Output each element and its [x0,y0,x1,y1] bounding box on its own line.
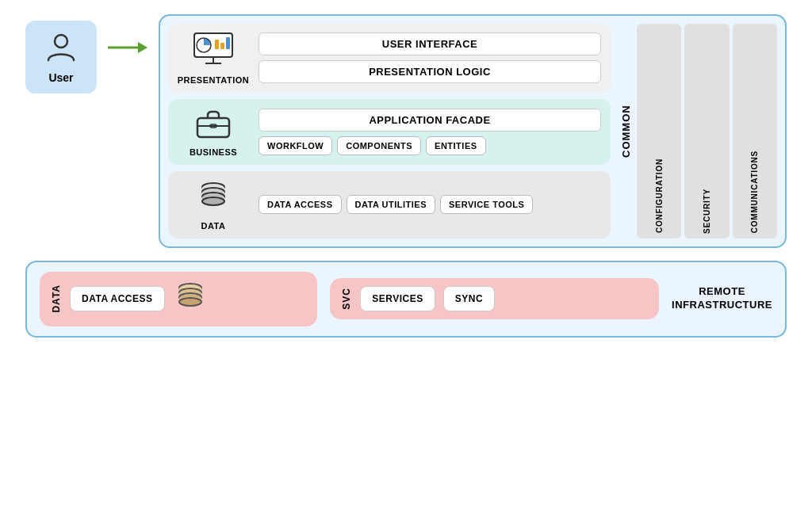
user-icon [45,30,77,68]
services-item: SERVICES [360,286,435,311]
bottom-coins-icon [173,280,208,319]
communications-label: COMMUNICATIONS [750,151,759,233]
bottom-svc-block: SVC SERVICES SYNC [330,278,659,319]
components-item: COMPONENTS [337,136,421,155]
presentation-icon-label: PRESENTATION [178,32,249,85]
presentation-logic-item: PRESENTATION LOGIC [259,60,601,83]
bottom-data-label: DATA [51,284,62,313]
layers-column: PRESENTATION USER INTERFACE PRESENTATION… [168,24,611,239]
presentation-label: PRESENTATION [178,75,250,85]
bottom-data-block: DATA DATA ACCESS [40,272,317,326]
bottom-svc-label: SVC [341,288,352,310]
ui-item: USER INTERFACE [259,32,601,55]
svg-rect-7 [226,37,230,49]
svg-rect-5 [215,40,219,49]
svg-marker-2 [138,42,147,53]
data-icon-label: DATA [178,179,249,231]
config-bar: CONFIGURATION [637,24,681,239]
data-label: DATA [201,221,226,231]
business-label: BUSINESS [190,147,237,157]
svg-point-19 [202,197,224,205]
security-label: SECURITY [703,189,711,234]
svg-rect-6 [220,43,224,49]
business-sub-items: WORKFLOW COMPONENTS ENTITIES [259,136,601,155]
business-content: APPLICATION FACADE WORKFLOW COMPONENTS E… [259,109,601,155]
business-icon-label: BUSINESS [178,107,249,157]
entities-item: ENTITIES [426,136,486,155]
business-layer: BUSINESS APPLICATION FACADE WORKFLOW COM… [168,99,611,165]
data-icon [196,179,231,219]
bottom-data-access-item: DATA ACCESS [70,286,165,311]
user-label: User [48,71,73,84]
svg-point-0 [55,35,67,48]
data-access-item: DATA ACCESS [259,195,342,214]
business-icon [196,107,231,146]
app-facade-item: APPLICATION FACADE [259,109,601,132]
arrow-icon [105,38,151,57]
svg-point-26 [179,298,201,306]
top-section: User [25,14,787,248]
common-column: COMMON CONFIGURATION SECURITY COMMUNICAT… [619,24,777,239]
config-label: CONFIGURATION [655,158,664,233]
workflow-item: WORKFLOW [259,136,332,155]
communications-bar: COMMUNICATIONS [733,24,777,239]
presentation-icon [193,32,234,74]
bottom-section: DATA DATA ACCESS SVC SERVICES SYNC R [25,261,787,338]
data-utilities-item: DATA UTILITIES [347,195,436,214]
remote-infrastructure-label: REMOTE INFRASTRUCTURE [672,285,772,312]
common-bars: CONFIGURATION SECURITY COMMUNICATIONS [637,24,777,239]
data-sub-items: DATA ACCESS DATA UTILITIES SERVICE TOOLS [259,195,533,214]
presentation-layer: PRESENTATION USER INTERFACE PRESENTATION… [168,24,611,93]
sync-item: SYNC [443,286,495,311]
service-tools-item: SERVICE TOOLS [440,195,533,214]
security-bar: SECURITY [684,24,729,239]
diagram-container: User [25,14,787,506]
user-block: User [25,21,97,93]
presentation-content: USER INTERFACE PRESENTATION LOGIC [259,32,601,83]
data-layer: DATA DATA ACCESS DATA UTILITIES SERVICE … [168,171,611,239]
common-label: COMMON [619,24,634,239]
main-box: PRESENTATION USER INTERFACE PRESENTATION… [159,14,787,248]
